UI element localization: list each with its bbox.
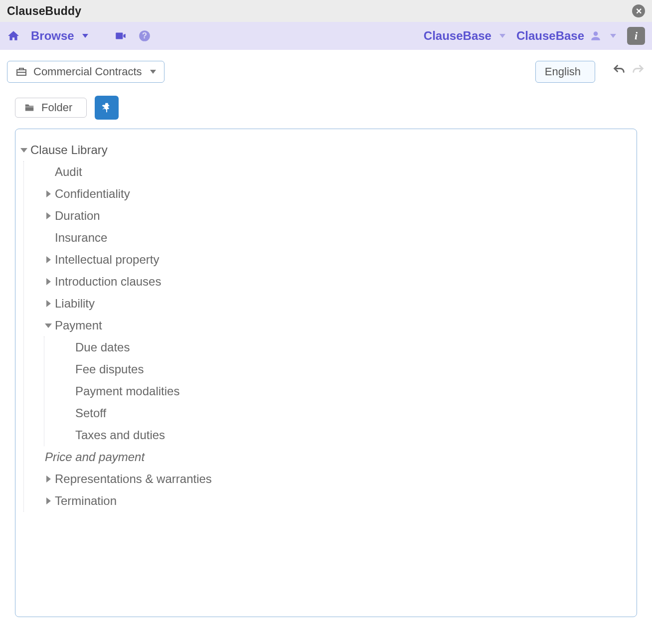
tree-panel: Clause LibraryAuditConfidentialityDurati… (15, 129, 637, 617)
redo-icon (631, 63, 645, 77)
close-icon: ✕ (636, 6, 642, 16)
tree-item[interactable]: Price and payment (44, 446, 627, 468)
close-button[interactable]: ✕ (632, 4, 645, 17)
nav-left: Browse ? (7, 29, 151, 43)
language-label: English (545, 65, 581, 78)
org-label: ClauseBase (424, 29, 491, 43)
tree-item[interactable]: Duration (44, 205, 627, 227)
nav-right: ClauseBase ClauseBase i (424, 27, 645, 45)
tree-item[interactable]: Due dates (64, 336, 627, 358)
tree-item[interactable]: Taxes and duties (64, 424, 627, 446)
info-icon: i (635, 29, 638, 42)
caret-right-icon (44, 300, 53, 307)
tree-item[interactable]: Representations & warranties (44, 468, 627, 490)
chevron-down-icon (82, 34, 88, 38)
tree-item[interactable]: Setoff (64, 402, 627, 424)
info-button[interactable]: i (627, 27, 645, 45)
help-button[interactable]: ? (138, 29, 151, 42)
caret-right-icon (44, 212, 53, 219)
nav-bar: Browse ? ClauseBase ClauseBase i (0, 22, 652, 50)
pin-button[interactable] (95, 96, 119, 120)
tree-item-label: Taxes and duties (75, 428, 165, 442)
tree-item-label: Setoff (75, 406, 106, 420)
user-menu[interactable]: ClauseBase (516, 29, 616, 43)
tree-item[interactable]: Audit (44, 161, 627, 183)
tree-item-label: Insurance (55, 231, 107, 245)
chevron-down-icon (499, 34, 505, 38)
toolbar: Commercial Contracts English (0, 50, 652, 88)
caret-right-icon (44, 190, 53, 197)
tree-item[interactable]: Insurance (44, 227, 627, 249)
tree-item-label: Price and payment (45, 450, 145, 464)
tree-item-label: Fee disputes (75, 362, 144, 376)
user-icon (589, 29, 602, 42)
tree-root-label: Clause Library (30, 143, 108, 157)
tree-item[interactable]: Payment (44, 315, 627, 336)
user-label: ClauseBase (516, 29, 584, 43)
view-dropdown[interactable]: Folder (15, 98, 87, 118)
chevron-down-icon (150, 70, 156, 74)
tree-item[interactable]: Introduction clauses (44, 271, 627, 293)
app-title: ClauseBuddy (7, 4, 81, 18)
video-button[interactable] (114, 29, 127, 42)
tree-item[interactable]: Fee disputes (64, 358, 627, 380)
browse-menu[interactable]: Browse (31, 29, 88, 43)
tree-item-label: Introduction clauses (55, 275, 161, 289)
history-controls (612, 63, 645, 80)
org-menu[interactable]: ClauseBase (424, 29, 505, 43)
tree-item-label: Confidentiality (55, 187, 130, 201)
tree-item[interactable]: Intellectual property (44, 249, 627, 271)
app-header: ClauseBuddy ✕ (0, 0, 652, 22)
undo-button[interactable] (612, 63, 626, 80)
workspace-dropdown[interactable]: Commercial Contracts (7, 61, 164, 83)
tree-item[interactable]: Payment modalities (64, 380, 627, 402)
subbar: Folder (0, 88, 652, 129)
tree-item-label: Audit (55, 165, 82, 179)
briefcase-icon (15, 66, 27, 78)
tree-item-label: Due dates (75, 340, 130, 354)
folder-icon (23, 102, 35, 113)
tree-item-label: Payment (55, 319, 102, 332)
tree-item-label: Intellectual property (55, 253, 159, 267)
undo-icon (612, 63, 626, 77)
tree-root-node[interactable]: Clause Library (19, 139, 627, 161)
language-dropdown[interactable]: English (535, 61, 595, 83)
svg-text:?: ? (142, 31, 147, 40)
caret-right-icon (44, 256, 53, 263)
home-button[interactable] (7, 29, 20, 42)
workspace-label: Commercial Contracts (33, 65, 142, 78)
tree-item-label: Duration (55, 209, 100, 223)
tree-item-label: Payment modalities (75, 384, 179, 398)
tree-item-label: Liability (55, 297, 95, 311)
clause-tree: Clause LibraryAuditConfidentialityDurati… (19, 139, 627, 512)
caret-right-icon (44, 278, 53, 285)
tree-item-label: Representations & warranties (55, 472, 212, 486)
browse-label: Browse (31, 29, 74, 43)
redo-button[interactable] (631, 63, 645, 80)
home-icon (7, 29, 20, 42)
tree-item-label: Termination (55, 494, 117, 508)
chevron-down-icon (610, 34, 616, 38)
pin-icon (101, 102, 112, 113)
caret-down-icon (19, 148, 28, 153)
tree-item[interactable]: Confidentiality (44, 183, 627, 205)
caret-right-icon (44, 497, 53, 504)
help-icon: ? (138, 29, 151, 42)
video-icon (114, 29, 127, 42)
tree-item[interactable]: Liability (44, 293, 627, 315)
caret-right-icon (44, 476, 53, 483)
tree-item[interactable]: Termination (44, 490, 627, 512)
caret-down-icon (44, 323, 53, 328)
view-label: Folder (41, 101, 72, 114)
